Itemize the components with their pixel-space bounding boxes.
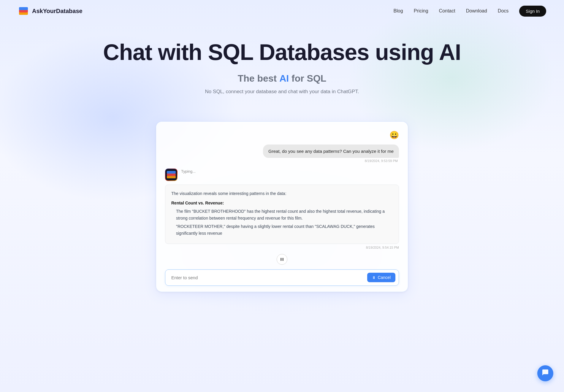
- cancel-pause-icon: ⏸: [372, 275, 376, 280]
- input-area: ⏸ Cancel: [165, 269, 399, 286]
- bot-message-time: 8/19/2024, 9:54:15 PM: [165, 246, 399, 249]
- chat-emoji-area: 😀: [165, 131, 399, 140]
- chat-support-button[interactable]: [537, 365, 553, 381]
- nav-links: Blog Pricing Contact Download Docs Sign …: [394, 6, 546, 17]
- cancel-button[interactable]: ⏸ Cancel: [367, 273, 395, 282]
- pause-button[interactable]: [277, 254, 287, 265]
- typing-label-text: Typing...: [181, 169, 196, 174]
- logo-icon: [18, 5, 29, 17]
- user-message-time: 8/19/2024, 9:53:59 PM: [365, 159, 398, 163]
- nav-docs[interactable]: Docs: [498, 8, 508, 14]
- nav-pricing[interactable]: Pricing: [414, 8, 428, 14]
- signin-button[interactable]: Sign In: [519, 6, 546, 17]
- hero-subtitle-prefix: The best: [238, 73, 279, 84]
- bot-avatar: [165, 169, 178, 181]
- hero-section: Chat with SQL Databases using AI The bes…: [0, 22, 564, 121]
- demo-card: 😀 Great, do you see any data patterns? C…: [156, 121, 408, 292]
- chat-bubble-icon: [541, 369, 549, 376]
- analysis-item-0: The film "BUCKET BROTHERHOOD" has the hi…: [171, 208, 393, 221]
- svg-rect-8: [283, 258, 284, 261]
- brand-name: AskYourDatabase: [32, 8, 83, 15]
- analysis-item-1: "ROCKETEER MOTHER," despite having a sli…: [171, 223, 393, 237]
- hero-ai-highlight: AI: [279, 73, 289, 84]
- hero-subtitle: The best AI for SQL: [6, 73, 558, 84]
- analysis-intro: The visualization reveals some interesti…: [171, 190, 393, 197]
- bot-avatar-icon: [166, 169, 177, 180]
- svg-rect-7: [281, 258, 282, 261]
- logo-area[interactable]: AskYourDatabase: [18, 5, 83, 17]
- nav-blog[interactable]: Blog: [394, 8, 403, 14]
- navbar: AskYourDatabase Blog Pricing Contact Dow…: [0, 0, 564, 22]
- svg-rect-2: [19, 7, 28, 10]
- cancel-label: Cancel: [378, 275, 391, 280]
- bot-row: Typing...: [165, 169, 399, 181]
- nav-download[interactable]: Download: [466, 8, 487, 14]
- demo-card-wrapper: 😀 Great, do you see any data patterns? C…: [0, 121, 564, 310]
- user-bubble: Great, do you see any data patterns? Can…: [263, 145, 399, 158]
- user-message-area: Great, do you see any data patterns? Can…: [165, 145, 399, 163]
- hero-subtitle-suffix: for SQL: [289, 73, 326, 84]
- svg-rect-6: [167, 171, 176, 174]
- analysis-section-title: Rental Count vs. Revenue:: [171, 200, 393, 206]
- chat-support-icon: [541, 369, 549, 378]
- pause-area: [165, 254, 399, 265]
- nav-contact[interactable]: Contact: [439, 8, 455, 14]
- hero-description: No SQL, connect your database and chat w…: [6, 89, 558, 95]
- hero-title: Chat with SQL Databases using AI: [6, 40, 558, 65]
- svg-rect-5: [167, 173, 176, 176]
- chat-input[interactable]: [165, 269, 399, 286]
- analysis-box: The visualization reveals some interesti…: [165, 185, 399, 244]
- svg-rect-4: [167, 176, 176, 178]
- pause-icon: [280, 257, 284, 261]
- chat-emoji-icon: 😀: [389, 131, 399, 140]
